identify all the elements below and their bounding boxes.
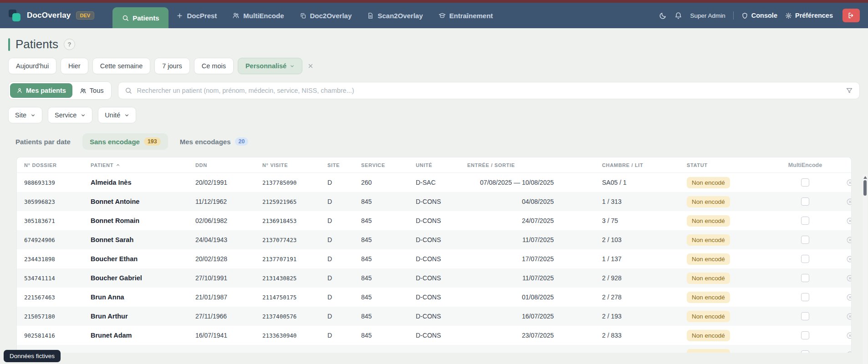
search-input[interactable] (137, 87, 841, 94)
brand[interactable]: DocOverlay DEV (8, 9, 94, 22)
multiencode-checkbox[interactable] (801, 255, 809, 263)
nav-tab-doc2overlay[interactable]: Doc2Overlay (292, 3, 360, 28)
service-dropdown[interactable]: Service (48, 107, 92, 123)
view-tabs: Patients par date Sans encodage 193 Mes … (8, 133, 860, 150)
console-button[interactable]: Console (741, 12, 777, 19)
date-filter-this-week[interactable]: Cette semaine (92, 58, 151, 74)
multiencode-checkbox[interactable] (801, 217, 809, 225)
dismiss-circle-x-icon[interactable] (846, 274, 852, 282)
nav-tab-entrainement[interactable]: Entraînement (431, 3, 501, 28)
dismiss-circle-x-icon[interactable] (846, 351, 852, 353)
cell-dossier: 215057180 (24, 313, 91, 320)
nav-tab-docprest[interactable]: DocPrest (168, 3, 225, 28)
user-name[interactable]: Super Admin (690, 12, 725, 19)
clear-date-filter-icon[interactable] (307, 63, 314, 69)
vertical-scrollbar[interactable] (863, 174, 868, 364)
col-multiencode[interactable]: MultiEncode (764, 162, 846, 168)
multiencode-checkbox[interactable] (801, 236, 809, 244)
tab-sans-encodage[interactable]: Sans encodage 193 (82, 133, 168, 150)
dismiss-circle-x-icon[interactable] (846, 217, 852, 225)
nav-tab-multiencode[interactable]: MultiEncode (225, 3, 291, 28)
scope-toggle: Mes patients Tous (8, 81, 112, 100)
multiencode-checkbox[interactable] (801, 178, 809, 187)
unite-dropdown[interactable]: Unité (98, 107, 136, 123)
multiencode-checkbox[interactable] (801, 293, 809, 301)
dismiss-circle-x-icon[interactable] (846, 255, 852, 263)
dismiss-circle-x-icon[interactable] (846, 236, 852, 244)
date-filter-yesterday[interactable]: Hier (61, 58, 88, 74)
dismiss-circle-x-icon[interactable] (846, 332, 852, 339)
scope-all-patients[interactable]: Tous (73, 83, 110, 98)
cell-patient[interactable]: Boucher Ethan (91, 255, 195, 263)
cell-ddn: 02/06/1982 (195, 217, 262, 224)
graduation-cap-icon (439, 12, 446, 19)
dismiss-circle-x-icon[interactable] (846, 179, 852, 187)
table-row[interactable]: 988693139 Almeida Inès 20/02/1991 213778… (17, 173, 851, 192)
cell-patient[interactable]: Almeida Inès (91, 179, 195, 186)
logout-button[interactable] (842, 9, 860, 22)
cell-patient[interactable]: Bonnet Sarah (91, 236, 195, 243)
nav-tab-patients[interactable]: Patients (112, 7, 168, 28)
cell-patient[interactable]: Brun Anna (91, 293, 195, 301)
col-site[interactable]: SITE (327, 162, 361, 168)
dismiss-circle-x-icon[interactable] (846, 293, 852, 301)
help-icon[interactable]: ? (64, 39, 75, 50)
nav-tab-scan2overlay[interactable]: Scan2Overlay (359, 3, 430, 28)
cell-chambre-lit: 2 / 833 (602, 332, 687, 339)
date-filter-today[interactable]: Aujourd'hui (8, 58, 56, 74)
table-row[interactable]: 534741114 Boucher Gabriel 27/10/1991 213… (17, 268, 851, 288)
cell-chambre-lit: 2 / 193 (602, 313, 687, 320)
status-badge: Non encodé (687, 196, 730, 207)
cell-patient[interactable]: Brunet Adam (91, 332, 195, 339)
col-entree-sortie[interactable]: ENTRÉE / SORTIE (467, 162, 602, 168)
table-row[interactable]: 305996823 Bonnet Antoine 11/12/1962 2125… (17, 192, 851, 211)
multiencode-checkbox[interactable] (801, 331, 809, 339)
filter-funnel-icon[interactable] (846, 87, 853, 94)
col-dossier[interactable]: N° DOSSIER (24, 162, 91, 168)
multiencode-checkbox[interactable] (801, 312, 809, 320)
brand-name: DocOverlay (27, 11, 71, 20)
cell-patient[interactable]: Bonnet Antoine (91, 198, 195, 205)
cell-dossier: 234431898 (24, 256, 91, 263)
notifications-bell-icon[interactable] (674, 12, 682, 20)
scope-my-patients[interactable]: Mes patients (10, 83, 72, 98)
cell-ddn: 20/02/1991 (195, 179, 262, 186)
dismiss-circle-x-icon[interactable] (846, 198, 852, 206)
dismiss-circle-x-icon[interactable] (846, 313, 852, 320)
table-row[interactable]: 674924906 Bonnet Sarah 24/04/1943 213707… (17, 230, 851, 249)
date-filter-7-days[interactable]: 7 jours (154, 58, 190, 74)
cell-unite: D-CONS (416, 293, 467, 301)
cell-patient[interactable]: Bonnet Romain (91, 217, 195, 224)
cell-site: D (327, 255, 361, 263)
col-patient[interactable]: PATIENT (91, 162, 195, 168)
table-row[interactable]: 305183671 Bonnet Romain 02/06/1982 21369… (17, 211, 851, 230)
col-statut[interactable]: STATUT (687, 162, 764, 168)
scrollbar-thumb[interactable] (863, 180, 867, 196)
col-ddn[interactable]: DDN (195, 162, 262, 168)
col-chambre-lit[interactable]: CHAMBRE / LIT (602, 162, 687, 168)
cell-entree-sortie: 24/07/2025 (467, 217, 554, 224)
date-filter-custom[interactable]: Personnalisé (238, 58, 302, 74)
multiencode-checkbox[interactable] (801, 350, 809, 353)
date-filter-this-month[interactable]: Ce mois (194, 58, 234, 74)
preferences-button[interactable]: Préférences (785, 12, 833, 19)
table-row[interactable]: 902581416 Brunet Adam 16/07/1941 2133630… (17, 326, 851, 345)
cell-patient[interactable]: Brun Arthur (91, 313, 195, 320)
tab-mes-encodages[interactable]: Mes encodages 20 (173, 133, 256, 150)
table-row[interactable]: Non encodé (17, 345, 851, 353)
scroll-up-arrow-icon[interactable] (863, 176, 867, 179)
multiencode-checkbox[interactable] (801, 197, 809, 206)
dark-mode-moon-icon[interactable] (659, 12, 667, 20)
tab-patients-par-date[interactable]: Patients par date (8, 134, 78, 150)
table-row[interactable]: 221567463 Brun Anna 21/01/1987 211475017… (17, 288, 851, 307)
multiencode-checkbox[interactable] (801, 274, 809, 282)
col-service[interactable]: SERVICE (361, 162, 416, 168)
cell-dossier: 674924906 (24, 237, 91, 243)
table-row[interactable]: 215057180 Brun Arthur 27/11/1966 2137400… (17, 307, 851, 326)
table-row[interactable]: 234431898 Boucher Ethan 20/02/1928 21377… (17, 249, 851, 268)
site-dropdown[interactable]: Site (8, 107, 42, 123)
cell-patient[interactable]: Boucher Gabriel (91, 274, 195, 282)
col-visite[interactable]: N° VISITE (262, 162, 327, 168)
col-unite[interactable]: UNITÉ (416, 162, 467, 168)
cell-service: 260 (361, 179, 416, 186)
